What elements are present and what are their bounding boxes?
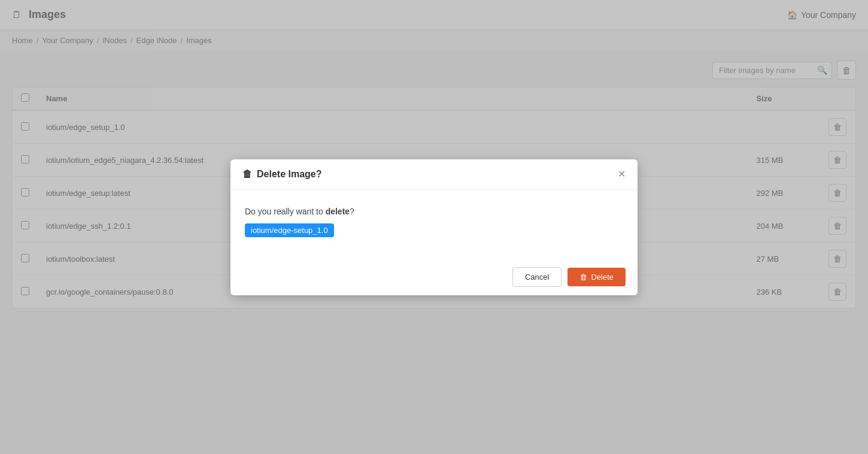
delete-modal: 🗑 Delete Image? ✕ Do you really want to … [230, 159, 638, 295]
image-name-badge: iotium/edge-setup_1.0 [245, 223, 334, 237]
modal-footer: Cancel 🗑 Delete [230, 259, 638, 295]
delete-btn-icon: 🗑 [579, 273, 587, 282]
modal-question: Do you really want to delete? [245, 207, 623, 216]
modal-delete-word: delete [326, 207, 350, 216]
cancel-button[interactable]: Cancel [512, 267, 562, 287]
page-wrapper: 🗒 Images 🏠 Your Company Home / Your Comp… [0, 0, 868, 318]
modal-title: Delete Image? [257, 169, 321, 180]
modal-header-title-group: 🗑 Delete Image? [242, 169, 321, 180]
delete-btn-label: Delete [591, 273, 614, 282]
modal-overlay: 🗑 Delete Image? ✕ Do you really want to … [0, 0, 868, 454]
close-icon: ✕ [618, 169, 626, 179]
modal-body: Do you really want to delete? iotium/edg… [230, 190, 638, 259]
modal-header: 🗑 Delete Image? ✕ [230, 159, 638, 190]
delete-confirm-button[interactable]: 🗑 Delete [567, 268, 626, 286]
modal-close-button[interactable]: ✕ [618, 170, 626, 179]
modal-trash-icon: 🗑 [242, 169, 252, 180]
